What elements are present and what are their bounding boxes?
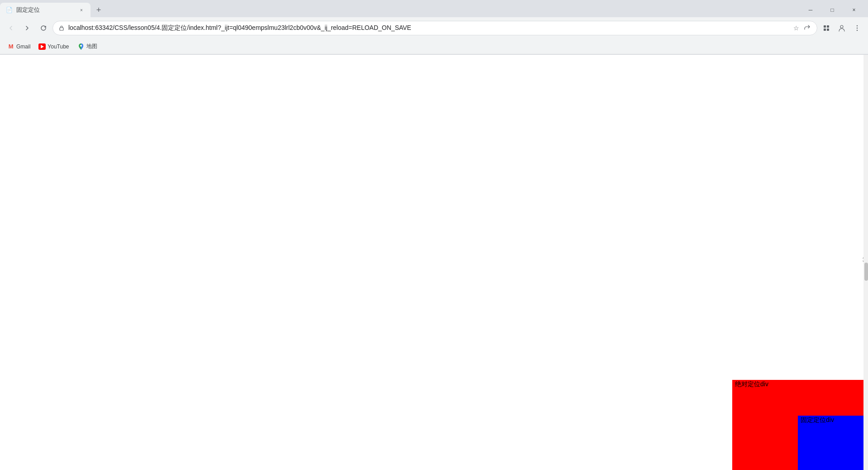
- menu-button[interactable]: [850, 21, 864, 35]
- extensions-icon: [823, 24, 830, 32]
- url-bar[interactable]: localhost:63342/CSS/lesson05/4.固定定位/inde…: [52, 21, 817, 35]
- star-icon[interactable]: ☆: [792, 24, 801, 33]
- tab-close-button[interactable]: ×: [78, 6, 85, 14]
- browser-chrome: 📄 固定定位 × + ─ □ ×: [0, 0, 868, 55]
- maps-favicon: [77, 43, 85, 50]
- svg-point-9: [80, 45, 82, 47]
- bookmark-youtube[interactable]: YouTube: [35, 41, 72, 52]
- profile-button[interactable]: [835, 21, 849, 35]
- bookmark-gmail-label: Gmail: [16, 43, 30, 50]
- svg-rect-4: [827, 29, 829, 31]
- address-bar: localhost:63342/CSS/lesson05/4.固定定位/inde…: [0, 17, 868, 39]
- forward-button[interactable]: [20, 21, 34, 35]
- blue-box-label: 固定定位div: [798, 414, 837, 425]
- forward-icon: [24, 24, 31, 32]
- svg-rect-2: [827, 25, 829, 28]
- back-icon: [7, 24, 14, 32]
- red-box-label: 绝对定位div: [732, 379, 771, 389]
- active-tab[interactable]: 📄 固定定位 ×: [0, 3, 91, 17]
- bookmark-maps-label: 地图: [86, 43, 97, 50]
- minimize-button[interactable]: ─: [800, 3, 821, 17]
- svg-point-6: [857, 25, 858, 26]
- svg-point-8: [857, 30, 858, 31]
- svg-rect-1: [824, 25, 826, 28]
- bookmark-maps[interactable]: 地图: [74, 41, 101, 52]
- url-icons: ☆: [792, 24, 811, 33]
- refresh-button[interactable]: [36, 21, 51, 35]
- extensions-button[interactable]: [819, 21, 834, 35]
- gmail-favicon: M: [7, 43, 14, 50]
- back-button[interactable]: [4, 21, 18, 35]
- share-icon[interactable]: [802, 24, 811, 33]
- bookmarks-bar: M Gmail YouTube 地图: [0, 39, 868, 54]
- bookmark-youtube-label: YouTube: [48, 43, 69, 50]
- bookmark-gmail[interactable]: M Gmail: [4, 41, 34, 52]
- tab-title: 固定定位: [16, 6, 74, 14]
- tab-favicon: 📄: [5, 6, 13, 14]
- youtube-favicon: [38, 43, 46, 50]
- close-button[interactable]: ×: [844, 3, 864, 17]
- svg-rect-3: [824, 29, 826, 31]
- window-controls: ─ □ ×: [800, 3, 868, 17]
- scrollbar-thumb[interactable]: [864, 263, 868, 281]
- tab-bar: 📄 固定定位 × + ─ □ ×: [0, 0, 868, 17]
- svg-point-7: [857, 28, 858, 29]
- svg-point-5: [840, 25, 843, 28]
- refresh-icon: [40, 24, 47, 32]
- toolbar-right: [819, 21, 864, 35]
- blue-box: 固定定位div: [798, 416, 863, 470]
- url-text: localhost:63342/CSS/lesson05/4.固定定位/inde…: [68, 24, 788, 32]
- svg-rect-0: [60, 28, 63, 30]
- maximize-button[interactable]: □: [822, 3, 843, 17]
- lock-icon: [58, 25, 65, 31]
- scrollbar[interactable]: [863, 55, 868, 470]
- page-content: ↕ 绝对定位div: [0, 55, 868, 470]
- menu-icon: [854, 24, 861, 32]
- profile-icon: [838, 24, 846, 32]
- new-tab-button[interactable]: +: [92, 4, 105, 16]
